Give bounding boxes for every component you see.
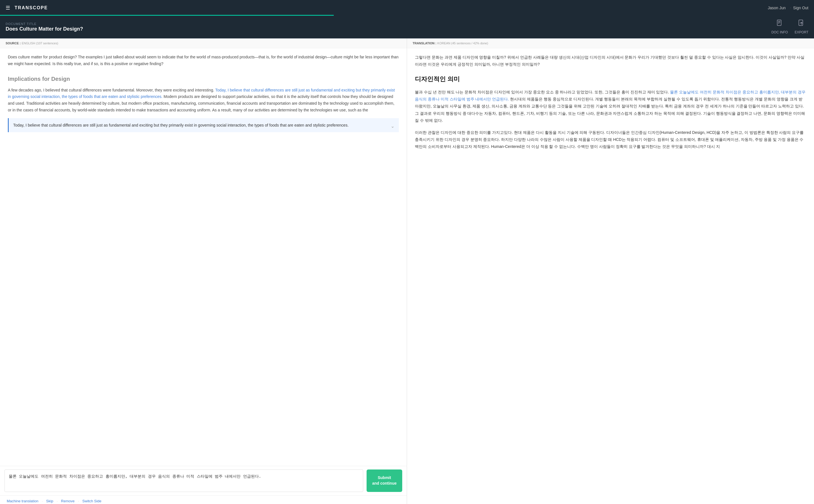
- remove-button[interactable]: Remove: [60, 498, 76, 504]
- hamburger-icon[interactable]: ☰: [6, 5, 10, 11]
- doc-header: DOCUMENT TITLE Does Culture Matter for D…: [0, 16, 814, 38]
- doc-header-left: DOCUMENT TITLE Does Culture Matter for D…: [6, 22, 83, 32]
- submit-line1: Submit: [378, 475, 391, 481]
- translation-para-1-before: 불과 수십 년 전만 해도 나는 문화적 차이점은 디자인에 있어서 가장 중요…: [415, 90, 670, 94]
- export-icon: [798, 20, 805, 29]
- translation-label: TRANSLATION :: [413, 42, 436, 45]
- doc-header-actions: DOC INFO EXPORT: [771, 20, 808, 34]
- doc-info-label: DOC INFO: [771, 30, 788, 34]
- translation-pane: TRANSLATION : KOREAN (45 sentences / 42%…: [407, 38, 814, 504]
- submit-line2: and continue: [372, 481, 397, 486]
- translation-intro-para: 그렇다면 문화는 과연 제품 디자인에 영향을 미칠까? 위에서 언급한 사례들…: [415, 54, 806, 68]
- source-lang-info: ENGLISH (107 sentences): [22, 42, 58, 45]
- svg-rect-1: [778, 21, 780, 22]
- source-pane-header: SOURCE : ENGLISH (107 sentences): [0, 38, 407, 48]
- switch-side-button[interactable]: Switch Side: [81, 498, 102, 504]
- toolbar-sep-3: ·: [78, 499, 79, 503]
- nav-dot: ·: [790, 5, 791, 10]
- translation-input-area: Submit and continue: [0, 466, 407, 495]
- source-para-1: Does culture matter for product design? …: [8, 54, 399, 67]
- progress-bar: [0, 15, 334, 16]
- doc-title-label: DOCUMENT TITLE: [6, 22, 83, 26]
- toolbar-sep-2: ·: [57, 499, 58, 503]
- svg-rect-2: [778, 22, 780, 23]
- sentence-highlight-box: Today, I believe that cultural differenc…: [8, 118, 399, 132]
- translation-para-1: 불과 수십 년 전만 해도 나는 문화적 차이점은 디자인에 있어서 가장 중요…: [415, 89, 806, 124]
- skip-button[interactable]: Skip: [45, 498, 54, 504]
- doc-info-icon: [776, 20, 783, 29]
- doc-info-button[interactable]: DOC INFO: [771, 20, 788, 34]
- sign-out-button[interactable]: Sign Out: [793, 6, 808, 10]
- source-section-heading: Implications for Design: [8, 74, 399, 84]
- translation-para-2: 이러한 관찰은 디자인에 대한 중요한 의미를 가지고있다. 현대 제품은 다시…: [415, 129, 806, 150]
- export-button[interactable]: EXPORT: [795, 20, 808, 34]
- source-pane: SOURCE : ENGLISH (107 sentences) Does cu…: [0, 38, 407, 504]
- translation-lang-info: KOREAN (45 sentences / 42% done): [437, 42, 488, 45]
- translation-scroll[interactable]: 그렇다면 문화는 과연 제품 디자인에 영향을 미칠까? 위에서 언급한 사례들…: [407, 48, 814, 504]
- submit-continue-button[interactable]: Submit and continue: [367, 469, 402, 492]
- bottom-toolbar: Machine translation · Skip · Remove · Sw…: [0, 495, 407, 504]
- machine-translation-button[interactable]: Machine translation: [6, 498, 40, 504]
- source-scroll[interactable]: Does culture matter for product design? …: [0, 48, 407, 466]
- nav-user: Jason Jun: [768, 6, 786, 10]
- translation-textarea[interactable]: [4, 469, 363, 492]
- top-nav: ☰ TRANSCOPE Jason Jun · Sign Out: [0, 0, 814, 16]
- translation-section-heading: 디자인적인 의미: [415, 74, 806, 85]
- doc-title: Does Culture Matter for Design?: [6, 26, 83, 32]
- source-label: SOURCE :: [6, 42, 21, 45]
- source-para-2: A few decades ago, I believed that cultu…: [8, 87, 399, 114]
- chevron-down-icon[interactable]: ⌄: [391, 122, 394, 130]
- export-label: EXPORT: [795, 30, 808, 34]
- svg-rect-0: [777, 20, 781, 26]
- brand-logo: TRANSCOPE: [15, 5, 768, 10]
- toolbar-sep-1: ·: [42, 499, 43, 503]
- sentence-box-container: Today, I believe that cultural differenc…: [8, 118, 399, 132]
- svg-rect-3: [778, 23, 779, 24]
- source-para-2-before: A few decades ago, I believed that cultu…: [8, 88, 215, 92]
- translation-pane-header: TRANSLATION : KOREAN (45 sentences / 42%…: [407, 38, 814, 48]
- main-content: SOURCE : ENGLISH (107 sentences) Does cu…: [0, 38, 814, 504]
